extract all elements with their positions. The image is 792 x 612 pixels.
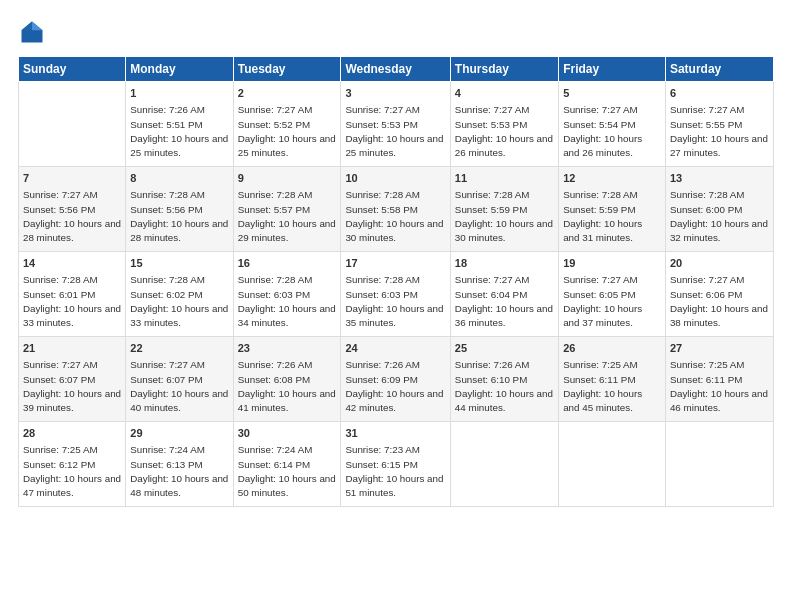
- day-number: 19: [563, 256, 661, 271]
- day-number: 28: [23, 426, 121, 441]
- cell-text: Sunrise: 7:28 AMSunset: 6:03 PMDaylight:…: [238, 273, 337, 330]
- calendar-cell: 1Sunrise: 7:26 AMSunset: 5:51 PMDaylight…: [126, 82, 233, 167]
- cell-text: Sunrise: 7:27 AMSunset: 6:05 PMDaylight:…: [563, 273, 661, 330]
- calendar-week-row: 28Sunrise: 7:25 AMSunset: 6:12 PMDayligh…: [19, 422, 774, 507]
- calendar-cell: 6Sunrise: 7:27 AMSunset: 5:55 PMDaylight…: [665, 82, 773, 167]
- calendar-cell: 13Sunrise: 7:28 AMSunset: 6:00 PMDayligh…: [665, 167, 773, 252]
- day-number: 9: [238, 171, 337, 186]
- calendar-cell: 19Sunrise: 7:27 AMSunset: 6:05 PMDayligh…: [559, 252, 666, 337]
- calendar-cell: 8Sunrise: 7:28 AMSunset: 5:56 PMDaylight…: [126, 167, 233, 252]
- day-number: 5: [563, 86, 661, 101]
- day-number: 14: [23, 256, 121, 271]
- cell-text: Sunrise: 7:27 AMSunset: 5:55 PMDaylight:…: [670, 103, 769, 160]
- calendar-cell: 20Sunrise: 7:27 AMSunset: 6:06 PMDayligh…: [665, 252, 773, 337]
- weekday-header: Monday: [126, 57, 233, 82]
- cell-text: Sunrise: 7:28 AMSunset: 6:01 PMDaylight:…: [23, 273, 121, 330]
- cell-text: Sunrise: 7:26 AMSunset: 6:09 PMDaylight:…: [345, 358, 445, 415]
- cell-text: Sunrise: 7:28 AMSunset: 6:03 PMDaylight:…: [345, 273, 445, 330]
- cell-text: Sunrise: 7:28 AMSunset: 5:58 PMDaylight:…: [345, 188, 445, 245]
- calendar-cell: 28Sunrise: 7:25 AMSunset: 6:12 PMDayligh…: [19, 422, 126, 507]
- cell-text: Sunrise: 7:28 AMSunset: 5:57 PMDaylight:…: [238, 188, 337, 245]
- calendar-header-row: SundayMondayTuesdayWednesdayThursdayFrid…: [19, 57, 774, 82]
- weekday-header: Sunday: [19, 57, 126, 82]
- cell-text: Sunrise: 7:25 AMSunset: 6:11 PMDaylight:…: [670, 358, 769, 415]
- cell-text: Sunrise: 7:27 AMSunset: 6:07 PMDaylight:…: [23, 358, 121, 415]
- cell-text: Sunrise: 7:28 AMSunset: 5:56 PMDaylight:…: [130, 188, 228, 245]
- day-number: 29: [130, 426, 228, 441]
- calendar-cell: 29Sunrise: 7:24 AMSunset: 6:13 PMDayligh…: [126, 422, 233, 507]
- day-number: 4: [455, 86, 554, 101]
- cell-text: Sunrise: 7:27 AMSunset: 5:56 PMDaylight:…: [23, 188, 121, 245]
- calendar-cell: 4Sunrise: 7:27 AMSunset: 5:53 PMDaylight…: [450, 82, 558, 167]
- calendar-cell: 9Sunrise: 7:28 AMSunset: 5:57 PMDaylight…: [233, 167, 341, 252]
- calendar-cell: 2Sunrise: 7:27 AMSunset: 5:52 PMDaylight…: [233, 82, 341, 167]
- calendar-table: SundayMondayTuesdayWednesdayThursdayFrid…: [18, 56, 774, 507]
- cell-text: Sunrise: 7:24 AMSunset: 6:13 PMDaylight:…: [130, 443, 228, 500]
- cell-text: Sunrise: 7:26 AMSunset: 6:10 PMDaylight:…: [455, 358, 554, 415]
- day-number: 22: [130, 341, 228, 356]
- day-number: 1: [130, 86, 228, 101]
- calendar-cell: 26Sunrise: 7:25 AMSunset: 6:11 PMDayligh…: [559, 337, 666, 422]
- day-number: 3: [345, 86, 445, 101]
- calendar-week-row: 7Sunrise: 7:27 AMSunset: 5:56 PMDaylight…: [19, 167, 774, 252]
- cell-text: Sunrise: 7:27 AMSunset: 5:53 PMDaylight:…: [345, 103, 445, 160]
- cell-text: Sunrise: 7:27 AMSunset: 6:06 PMDaylight:…: [670, 273, 769, 330]
- calendar-cell: 12Sunrise: 7:28 AMSunset: 5:59 PMDayligh…: [559, 167, 666, 252]
- calendar-cell: 5Sunrise: 7:27 AMSunset: 5:54 PMDaylight…: [559, 82, 666, 167]
- day-number: 31: [345, 426, 445, 441]
- calendar-cell: 15Sunrise: 7:28 AMSunset: 6:02 PMDayligh…: [126, 252, 233, 337]
- calendar-cell: 31Sunrise: 7:23 AMSunset: 6:15 PMDayligh…: [341, 422, 450, 507]
- day-number: 12: [563, 171, 661, 186]
- day-number: 15: [130, 256, 228, 271]
- calendar-cell: 3Sunrise: 7:27 AMSunset: 5:53 PMDaylight…: [341, 82, 450, 167]
- weekday-header: Wednesday: [341, 57, 450, 82]
- svg-marker-1: [32, 22, 43, 31]
- calendar-cell: [450, 422, 558, 507]
- day-number: 21: [23, 341, 121, 356]
- calendar-cell: 17Sunrise: 7:28 AMSunset: 6:03 PMDayligh…: [341, 252, 450, 337]
- calendar-cell: 25Sunrise: 7:26 AMSunset: 6:10 PMDayligh…: [450, 337, 558, 422]
- cell-text: Sunrise: 7:26 AMSunset: 5:51 PMDaylight:…: [130, 103, 228, 160]
- day-number: 17: [345, 256, 445, 271]
- day-number: 25: [455, 341, 554, 356]
- calendar-cell: 21Sunrise: 7:27 AMSunset: 6:07 PMDayligh…: [19, 337, 126, 422]
- day-number: 24: [345, 341, 445, 356]
- day-number: 27: [670, 341, 769, 356]
- cell-text: Sunrise: 7:28 AMSunset: 5:59 PMDaylight:…: [563, 188, 661, 245]
- cell-text: Sunrise: 7:23 AMSunset: 6:15 PMDaylight:…: [345, 443, 445, 500]
- day-number: 30: [238, 426, 337, 441]
- cell-text: Sunrise: 7:27 AMSunset: 5:52 PMDaylight:…: [238, 103, 337, 160]
- calendar-cell: 16Sunrise: 7:28 AMSunset: 6:03 PMDayligh…: [233, 252, 341, 337]
- cell-text: Sunrise: 7:28 AMSunset: 6:00 PMDaylight:…: [670, 188, 769, 245]
- calendar-cell: 24Sunrise: 7:26 AMSunset: 6:09 PMDayligh…: [341, 337, 450, 422]
- day-number: 13: [670, 171, 769, 186]
- cell-text: Sunrise: 7:27 AMSunset: 6:04 PMDaylight:…: [455, 273, 554, 330]
- cell-text: Sunrise: 7:27 AMSunset: 6:07 PMDaylight:…: [130, 358, 228, 415]
- day-number: 10: [345, 171, 445, 186]
- weekday-header: Tuesday: [233, 57, 341, 82]
- calendar-cell: 7Sunrise: 7:27 AMSunset: 5:56 PMDaylight…: [19, 167, 126, 252]
- day-number: 16: [238, 256, 337, 271]
- day-number: 6: [670, 86, 769, 101]
- logo-icon: [18, 18, 46, 46]
- day-number: 8: [130, 171, 228, 186]
- weekday-header: Friday: [559, 57, 666, 82]
- calendar-cell: [19, 82, 126, 167]
- weekday-header: Thursday: [450, 57, 558, 82]
- cell-text: Sunrise: 7:24 AMSunset: 6:14 PMDaylight:…: [238, 443, 337, 500]
- cell-text: Sunrise: 7:26 AMSunset: 6:08 PMDaylight:…: [238, 358, 337, 415]
- calendar-cell: [665, 422, 773, 507]
- cell-text: Sunrise: 7:28 AMSunset: 6:02 PMDaylight:…: [130, 273, 228, 330]
- day-number: 7: [23, 171, 121, 186]
- day-number: 20: [670, 256, 769, 271]
- calendar-cell: 11Sunrise: 7:28 AMSunset: 5:59 PMDayligh…: [450, 167, 558, 252]
- cell-text: Sunrise: 7:27 AMSunset: 5:54 PMDaylight:…: [563, 103, 661, 160]
- cell-text: Sunrise: 7:25 AMSunset: 6:11 PMDaylight:…: [563, 358, 661, 415]
- calendar-cell: 23Sunrise: 7:26 AMSunset: 6:08 PMDayligh…: [233, 337, 341, 422]
- calendar-week-row: 21Sunrise: 7:27 AMSunset: 6:07 PMDayligh…: [19, 337, 774, 422]
- day-number: 23: [238, 341, 337, 356]
- cell-text: Sunrise: 7:27 AMSunset: 5:53 PMDaylight:…: [455, 103, 554, 160]
- weekday-header: Saturday: [665, 57, 773, 82]
- calendar-cell: 10Sunrise: 7:28 AMSunset: 5:58 PMDayligh…: [341, 167, 450, 252]
- svg-marker-2: [22, 22, 33, 31]
